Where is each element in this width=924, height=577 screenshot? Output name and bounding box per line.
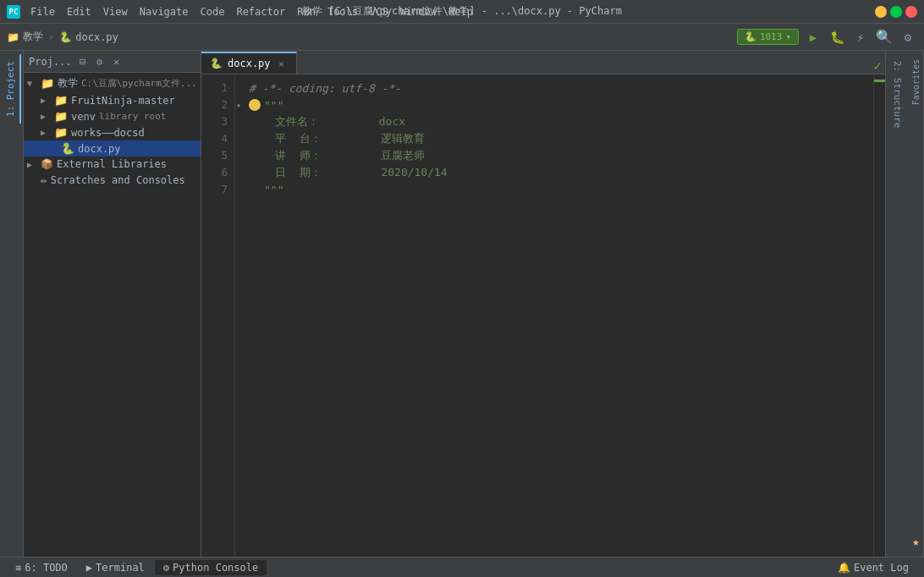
todo-icon: ≡ [15, 562, 21, 574]
tree-arrow: ▶ [41, 96, 54, 105]
tree-item-scratches[interactable]: ✏️ Scratches and Consoles [24, 172, 201, 188]
close-button[interactable] [905, 6, 917, 18]
code-line-4: 平 台： 逻辑教育 [249, 130, 873, 147]
line-num-5: 5 [222, 150, 228, 162]
menu-refactor[interactable]: Refactor [231, 4, 290, 19]
breadcrumb-sep: › [48, 31, 54, 43]
close-panel-icon[interactable]: ✕ [109, 54, 124, 69]
project-icon: 📁 [7, 31, 19, 43]
right-gutter [873, 74, 885, 557]
code-editor[interactable]: 1 2 ▾ 3 4 5 6 7 [201, 74, 885, 557]
scroll-indicator [874, 80, 885, 82]
folder-icon: 📁 [41, 77, 54, 90]
tree-item-docx[interactable]: 🐍 docx.py [24, 140, 201, 157]
run-config-icon: 🐍 [745, 31, 756, 42]
line-num-4: 4 [222, 133, 228, 145]
tree-item-root[interactable]: ▼ 📁 教学 C:\豆腐\pycharm文件... [24, 74, 201, 92]
line-3: 3 [201, 113, 234, 130]
code-line-2: """ [249, 96, 873, 113]
python-console-tab[interactable]: ⚙ Python Console [155, 560, 267, 575]
tab-python-icon: 🐍 [210, 58, 223, 69]
maximize-button[interactable] [890, 6, 902, 18]
coverage-button[interactable]: ⚡ [851, 28, 870, 47]
code-comment-1: # -*- coding: utf-8 -*- [249, 82, 401, 95]
todo-tab[interactable]: ≡ 6: TODO [7, 560, 76, 575]
breadcrumb-file[interactable]: docx.py [75, 31, 118, 43]
fold-arrow-2[interactable]: ▾ [236, 101, 241, 110]
line-num-3: 3 [222, 116, 228, 128]
line-6: 6 [201, 164, 234, 181]
scratches-icon: ✏️ [41, 173, 47, 186]
tree-arrow: ▶ [41, 112, 54, 121]
event-log-tab[interactable]: 🔔 Event Log [829, 560, 917, 575]
favorites-star-icon: ★ [912, 535, 919, 548]
line-2: 2 ▾ [201, 96, 234, 113]
tree-label-ext-libs: External Libraries [57, 158, 167, 170]
breadcrumb-project[interactable]: 教学 [23, 30, 43, 44]
line-number-gutter: 1 2 ▾ 3 4 5 6 7 [201, 74, 235, 557]
terminal-icon: ▶ [86, 562, 92, 574]
file-tree: ▼ 📁 教学 C:\豆腐\pycharm文件... ▶ 📁 FruitNinja… [24, 73, 201, 557]
settings-gear-icon[interactable]: ⚙ [899, 28, 917, 47]
breadcrumb: 📁 教学 › 🐍 docx.py [7, 30, 118, 44]
code-line-6: 日 期： 2020/10/14 [249, 164, 873, 181]
tree-label-fruitninja: FruitNinja-master [71, 95, 175, 107]
menu-file[interactable]: File [25, 4, 60, 19]
tree-item-ext-libs[interactable]: ▶ 📦 External Libraries [24, 157, 201, 172]
menu-edit[interactable]: Edit [62, 4, 96, 19]
tab-close-button[interactable]: ✕ [276, 58, 288, 69]
tree-venv-sub: library root [99, 111, 166, 122]
terminal-label: Terminal [96, 562, 145, 574]
code-line-1: # -*- coding: utf-8 -*- [249, 80, 873, 96]
tree-item-works[interactable]: ▶ 📁 works——docsd [24, 124, 201, 140]
project-panel-header: Proj... ⊟ ⚙ ✕ [24, 51, 201, 73]
editor-area: 🐍 docx.py ✕ ✓ 1 2 ▾ 3 [201, 51, 885, 557]
favorites-item[interactable]: Favorites [910, 54, 922, 110]
code-line-6-content: 日 期： 2020/10/14 [249, 165, 448, 180]
menu-view[interactable]: View [98, 4, 133, 19]
line-4: 4 [201, 130, 234, 147]
event-log-label: Event Log [854, 562, 909, 574]
main-toolbar: 📁 教学 › 🐍 docx.py 🐍 1013 ▾ ▶ 🐛 ⚡ 🔍 ⚙ [0, 24, 924, 51]
minimize-button[interactable] [875, 6, 887, 18]
tree-arrow: ▶ [27, 160, 41, 169]
tree-item-fruitninja[interactable]: ▶ 📁 FruitNinja-master [24, 92, 201, 108]
window-controls [875, 6, 917, 18]
tree-label-works: works——docsd [71, 127, 145, 139]
menu-navigate[interactable]: Navigate [135, 4, 194, 19]
structure-tab[interactable]: 2: Structure [888, 54, 906, 135]
code-line-5-content: 讲 师： 豆腐老师 [249, 148, 425, 163]
code-content[interactable]: # -*- coding: utf-8 -*- """ 文件名： docx 平 … [235, 74, 873, 557]
tree-arrow: ▶ [41, 128, 54, 137]
python-file-icon: 🐍 [61, 142, 74, 155]
terminal-tab[interactable]: ▶ Terminal [78, 560, 153, 575]
tab-filename: docx.py [228, 58, 271, 69]
line-num-2: 2 [222, 99, 228, 111]
editor-tab-docx[interactable]: 🐍 docx.py ✕ [201, 52, 297, 74]
line-7: 7 ▸ [201, 181, 234, 198]
menu-code[interactable]: Code [195, 4, 230, 19]
left-panel-tabs: 1: Project [0, 51, 24, 557]
tree-item-venv[interactable]: ▶ 📁 venv library root [24, 108, 201, 124]
project-tab[interactable]: 1: Project [2, 54, 21, 124]
run-config-arrow: ▾ [785, 31, 791, 42]
line-num-1: 1 [222, 82, 228, 94]
run-configuration[interactable]: 🐍 1013 ▾ [737, 29, 799, 45]
folder-icon: 📁 [54, 94, 68, 107]
inspection-ok-icon: ✓ [873, 58, 885, 74]
tree-label-venv: venv [71, 111, 96, 123]
lightbulb-icon[interactable] [249, 99, 261, 111]
python-console-label: Python Console [173, 562, 258, 574]
collapse-all-icon[interactable]: ⊟ [75, 54, 91, 69]
folder-icon: 📁 [54, 110, 68, 123]
fold-marker-7[interactable] [249, 184, 261, 195]
debug-button[interactable]: 🐛 [828, 28, 846, 47]
panel-title: Proj... [29, 56, 72, 68]
run-config-label: 1013 [760, 31, 783, 42]
favorites-bar: Favorites ★ [909, 51, 924, 557]
line-num-6: 6 [222, 167, 228, 179]
search-everywhere-button[interactable]: 🔍 [875, 28, 894, 47]
settings-panel-icon[interactable]: ⚙ [92, 54, 107, 69]
run-button[interactable]: ▶ [804, 28, 822, 47]
status-bar: ≡ 6: TODO ▶ Terminal ⚙ Python Console 🔔 … [0, 557, 924, 577]
